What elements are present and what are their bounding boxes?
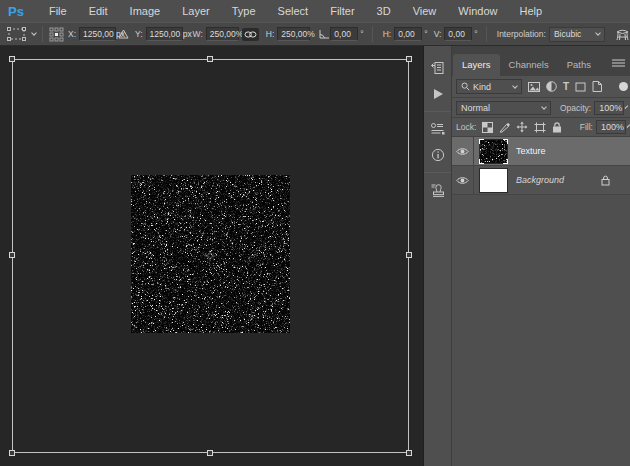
fill-value: 100%	[601, 122, 624, 132]
lock-position-icon[interactable]	[516, 121, 528, 133]
layer-thumbnail[interactable]	[479, 139, 508, 164]
width-input[interactable]: 250,00%	[206, 27, 239, 41]
delta-relative-icon[interactable]	[118, 29, 129, 39]
reference-point-locator-icon[interactable]	[49, 27, 64, 42]
options-divider	[486, 26, 487, 42]
x-input[interactable]: 1250,00 px	[79, 27, 116, 41]
eye-icon	[456, 176, 469, 185]
lock-artboard-icon[interactable]	[534, 122, 546, 133]
visibility-toggle[interactable]	[452, 137, 474, 165]
v-skew-label: V:	[434, 29, 442, 39]
transform-reference-point[interactable]	[204, 250, 216, 262]
photoshop-window: Ps File Edit Image Layer Type Select Fil…	[0, 0, 630, 466]
tab-channels[interactable]: Channels	[500, 54, 558, 76]
photoshop-logo: Ps	[8, 4, 24, 19]
menu-type[interactable]: Type	[221, 5, 267, 17]
eye-icon	[456, 147, 469, 156]
canvas-area[interactable]	[0, 46, 424, 466]
chevron-down-icon	[512, 83, 518, 89]
tab-layers[interactable]: Layers	[453, 54, 500, 76]
menu-file[interactable]: File	[38, 5, 78, 17]
transform-handle-top-right[interactable]	[406, 56, 412, 62]
panel-dock-strip	[424, 46, 452, 466]
layers-list-empty-area[interactable]	[452, 195, 630, 466]
search-icon	[461, 82, 470, 91]
lock-pixels-icon[interactable]	[499, 122, 510, 133]
rotate-unit: °	[360, 29, 363, 39]
transform-handle-middle-right[interactable]	[406, 252, 412, 258]
menu-image[interactable]: Image	[119, 5, 172, 17]
layer-thumbnail[interactable]	[479, 168, 508, 193]
transform-handle-top-middle[interactable]	[207, 56, 213, 62]
fill-input[interactable]: 100%	[596, 120, 626, 134]
opacity-input[interactable]: 100%	[594, 101, 624, 115]
swatches-panel-icon[interactable]	[429, 121, 446, 138]
h-skew-label: H:	[383, 29, 392, 39]
options-divider	[42, 26, 43, 42]
transform-handle-bottom-left[interactable]	[9, 450, 15, 456]
h-skew-input[interactable]: 0,00	[394, 27, 422, 41]
menu-view[interactable]: View	[402, 5, 448, 17]
chevron-down-icon	[625, 105, 629, 109]
warp-mode-toggle-icon[interactable]	[615, 28, 630, 41]
workspace: Layers Channels Paths Kind	[0, 46, 630, 466]
v-skew-input[interactable]: 0,00	[444, 27, 472, 41]
thumb-transform-corner	[479, 159, 484, 164]
width-label: W:	[193, 29, 203, 39]
info-panel-icon[interactable]	[429, 146, 446, 163]
link-dimensions-icon[interactable]	[242, 28, 259, 41]
y-input[interactable]: 1250,00 px	[146, 27, 183, 41]
type-layer-filter-icon[interactable]: T	[563, 82, 569, 92]
panel-menu-icon[interactable]	[612, 59, 625, 68]
blend-mode-select[interactable]: Normal	[456, 101, 551, 115]
thumb-transform-corner	[503, 159, 508, 164]
smart-object-filter-icon[interactable]	[592, 81, 602, 92]
transform-handle-bottom-right[interactable]	[406, 450, 412, 456]
clone-source-panel-icon[interactable]	[429, 182, 446, 199]
layer-row-background[interactable]: Background	[452, 166, 630, 195]
background-lock-icon	[601, 175, 610, 186]
menu-layer[interactable]: Layer	[171, 5, 221, 17]
actions-panel-icon[interactable]	[429, 85, 446, 102]
tab-paths[interactable]: Paths	[558, 54, 600, 76]
adjustment-layer-filter-icon[interactable]	[546, 81, 557, 92]
x-label: X:	[68, 29, 76, 39]
interpolation-label: Interpolation:	[497, 29, 546, 39]
menu-help[interactable]: Help	[508, 5, 553, 17]
layers-panel: Layers Channels Paths Kind	[452, 46, 630, 466]
visibility-toggle[interactable]	[452, 166, 474, 194]
transform-handle-middle-left[interactable]	[9, 252, 15, 258]
transform-handle-top-left[interactable]	[9, 56, 15, 62]
menu-3d[interactable]: 3D	[366, 5, 402, 17]
lock-row: Lock:	[452, 118, 630, 137]
layer-name[interactable]: Background	[516, 175, 564, 185]
lock-transparency-icon[interactable]	[482, 122, 493, 133]
layer-name[interactable]: Texture	[516, 146, 546, 156]
rotate-angle-icon	[318, 29, 330, 40]
layer-row-texture[interactable]: Texture	[452, 137, 630, 166]
menu-edit[interactable]: Edit	[78, 5, 119, 17]
transform-tool-icon[interactable]	[6, 27, 28, 41]
fill-label: Fill:	[580, 122, 593, 132]
pixel-layer-filter-icon[interactable]	[528, 82, 540, 92]
layer-filter-toggle[interactable]	[619, 82, 628, 91]
height-input[interactable]: 250,00%	[277, 27, 310, 41]
filter-kind-value: Kind	[473, 82, 491, 92]
menu-window[interactable]: Window	[447, 5, 508, 17]
interpolation-select[interactable]: Bicubic	[549, 27, 605, 42]
menu-select[interactable]: Select	[267, 5, 320, 17]
dock-divider	[424, 172, 451, 173]
blend-mode-row: Normal Opacity: 100%	[452, 98, 630, 118]
dock-divider	[424, 111, 451, 112]
history-panel-icon[interactable]	[429, 60, 446, 77]
transform-handle-bottom-middle[interactable]	[207, 450, 213, 456]
shape-layer-filter-icon[interactable]	[575, 82, 586, 92]
menu-filter[interactable]: Filter	[319, 5, 365, 17]
filter-kind-select[interactable]: Kind	[456, 79, 522, 94]
lock-all-icon[interactable]	[552, 122, 562, 133]
tool-preset-chevron-icon[interactable]	[31, 30, 37, 36]
rotate-input[interactable]: 0,00	[330, 27, 358, 41]
options-divider	[372, 26, 373, 42]
y-label: Y:	[135, 29, 143, 39]
chevron-down-icon	[595, 30, 601, 36]
